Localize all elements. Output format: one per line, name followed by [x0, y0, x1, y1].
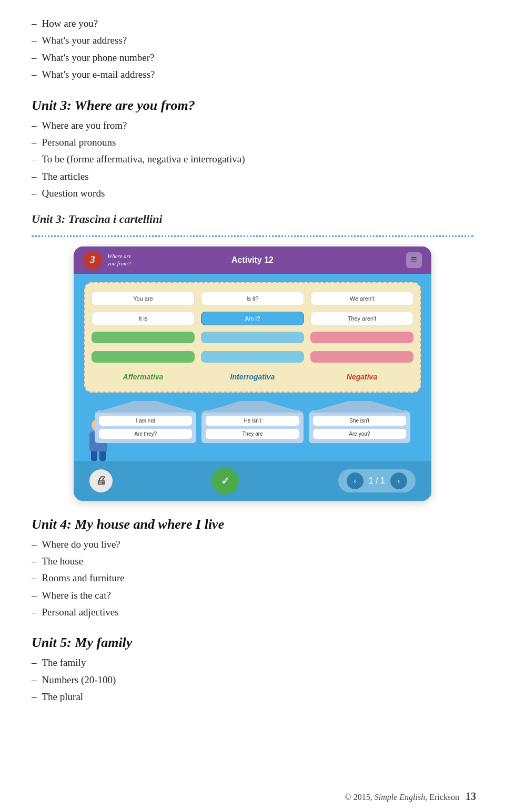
- slot-green-1[interactable]: [92, 332, 195, 343]
- footer-publisher: Erickson: [429, 793, 459, 801]
- activity-title: Activity 12: [168, 255, 337, 265]
- next-page-button[interactable]: ›: [390, 472, 407, 489]
- bottom-card-they-are[interactable]: They are: [206, 429, 299, 439]
- check-button[interactable]: ✓: [211, 467, 239, 495]
- list-item: – The house: [32, 553, 473, 569]
- list-item-text: The articles: [42, 169, 89, 184]
- list-item-text: Where do you live?: [42, 537, 120, 552]
- list-item-text: Question words: [42, 186, 105, 201]
- bottom-card-i-am-not[interactable]: I am not: [99, 416, 192, 426]
- dash-icon: –: [32, 655, 37, 671]
- print-icon: 🖨: [96, 475, 106, 487]
- check-icon: ✓: [221, 475, 230, 487]
- dash-icon: –: [32, 118, 37, 133]
- list-item-text: Where are you from?: [42, 118, 127, 133]
- list-item-text: What's your e-mail address?: [42, 67, 155, 83]
- prev-page-button[interactable]: ‹: [347, 472, 363, 489]
- activity-workspace: You are Is it? We aren't It is Am I? The…: [84, 282, 421, 393]
- col-header-interrogativa: Interrogativa: [201, 373, 304, 381]
- card-we-arent[interactable]: We aren't: [310, 292, 413, 305]
- dash-icon: –: [32, 537, 37, 552]
- dash-icon: –: [32, 588, 37, 603]
- dash-icon: –: [32, 672, 37, 688]
- slot-blue-1[interactable]: [201, 332, 304, 343]
- list-item-text: Personal pronouns: [42, 135, 116, 150]
- list-item: – Personal pronouns: [32, 135, 473, 150]
- dash-icon: –: [32, 186, 37, 201]
- unit-badge: 3: [83, 251, 102, 270]
- list-item-text: Numbers (20-100): [42, 672, 116, 688]
- activity-topbar: 3 Where areyou from? Activity 12 ☰: [74, 246, 431, 274]
- footer-copyright: © 2015,: [345, 793, 372, 801]
- column-headers: Affermativa Interrogativa Negativa: [92, 373, 413, 381]
- list-item: – The articles: [32, 169, 473, 184]
- list-item: – What's your e-mail address?: [32, 67, 473, 83]
- list-item-text: What's your address?: [42, 33, 127, 48]
- top-list: – How are you? – What's your address? – …: [32, 16, 473, 83]
- dash-icon: –: [32, 16, 37, 32]
- card-am-i[interactable]: Am I?: [201, 312, 304, 325]
- menu-icon: ☰: [411, 256, 417, 264]
- card-it-is[interactable]: It is: [92, 312, 195, 325]
- dash-icon: –: [32, 135, 37, 150]
- list-item-text: How are you?: [42, 16, 98, 32]
- dash-icon: –: [32, 570, 37, 586]
- prev-icon: ‹: [354, 476, 356, 486]
- col-header-affermativa: Affermativa: [92, 373, 195, 381]
- unit4-list: – Where do you live? – The house – Rooms…: [32, 537, 473, 621]
- list-item-text: The house: [42, 553, 84, 569]
- list-item: – Where do you live?: [32, 537, 473, 552]
- slot-pink-2[interactable]: [310, 351, 413, 363]
- list-item: – What's your address?: [32, 33, 473, 48]
- bottom-card-are-you[interactable]: Are you?: [313, 429, 406, 439]
- slot-pink-1[interactable]: [310, 332, 413, 343]
- slot-green-2[interactable]: [92, 351, 195, 363]
- unit-subtitle: Where areyou from?: [107, 253, 168, 266]
- list-item: – Personal adjectives: [32, 604, 473, 620]
- dash-icon: –: [32, 50, 37, 66]
- bottom-card-are-they[interactable]: Are they?: [99, 429, 192, 439]
- dash-icon: –: [32, 553, 37, 569]
- bottom-card-she-isnt[interactable]: She isn't: [313, 416, 406, 426]
- list-item: – Where is the cat?: [32, 588, 473, 603]
- dash-icon: –: [32, 67, 37, 83]
- list-item-text: Rooms and furniture: [42, 570, 125, 586]
- footer-italic: Simple English,: [375, 793, 429, 801]
- unit3-heading: Unit 3: Where are you from?: [32, 98, 473, 114]
- dash-icon: –: [32, 169, 37, 184]
- page-navigation-group: ‹ 1 / 1 ›: [338, 469, 416, 492]
- list-item: – Question words: [32, 186, 473, 201]
- activity-widget: 3 Where areyou from? Activity 12 ☰ You a…: [74, 246, 431, 501]
- card-is-it[interactable]: Is it?: [201, 292, 304, 305]
- slot-blue-2[interactable]: [201, 351, 304, 363]
- col-header-negativa: Negativa: [310, 373, 413, 381]
- list-item: – Numbers (20-100): [32, 672, 473, 688]
- unit5-list: – The family – Numbers (20-100) – The pl…: [32, 655, 473, 705]
- card-you-are[interactable]: You are: [92, 292, 195, 305]
- page-number: 13: [466, 790, 476, 802]
- list-item: – How are you?: [32, 16, 473, 32]
- print-button[interactable]: 🖨: [89, 469, 113, 492]
- list-item: – The family: [32, 655, 473, 671]
- dash-icon: –: [32, 33, 37, 48]
- list-item-text: The plural: [42, 689, 84, 705]
- activity-navigation: 🖨 ✓ ‹ 1 / 1 ›: [74, 461, 431, 501]
- list-item-text: To be (forme affermativa, negativa e int…: [42, 151, 245, 167]
- list-item: – The plural: [32, 689, 473, 705]
- dash-icon: –: [32, 604, 37, 620]
- menu-button[interactable]: ☰: [406, 252, 422, 268]
- unit5-heading: Unit 5: My family: [32, 635, 473, 651]
- dash-icon: –: [32, 689, 37, 705]
- activity-section-label: Unit 3: Trascina i cartellini: [32, 212, 163, 225]
- next-icon: ›: [397, 476, 400, 486]
- list-item-text: Where is the cat?: [42, 588, 111, 603]
- card-they-arent[interactable]: They aren't: [310, 312, 413, 325]
- section-divider: [32, 235, 473, 237]
- list-item-text: Personal adjectives: [42, 604, 119, 620]
- dash-icon: –: [32, 151, 37, 167]
- unit3-list: – Where are you from? – Personal pronoun…: [32, 118, 473, 202]
- unit4-heading: Unit 4: My house and where I live: [32, 517, 473, 532]
- page-indicator: 1 / 1: [369, 476, 385, 486]
- cards-grid-row2: It is Am I? They aren't: [92, 312, 413, 325]
- bottom-card-he-isnt[interactable]: He isn't: [206, 416, 299, 426]
